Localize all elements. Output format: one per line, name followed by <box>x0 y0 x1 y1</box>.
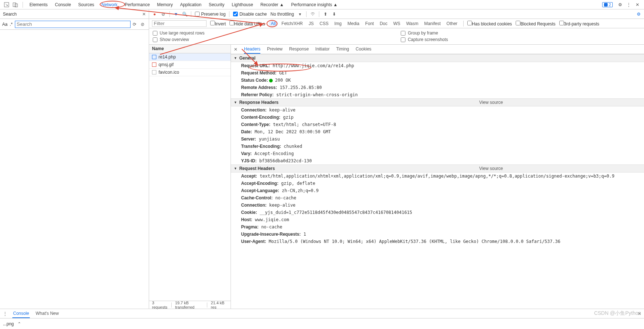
column-name[interactable]: Name <box>149 45 231 53</box>
filter-input[interactable] <box>152 20 207 27</box>
invert[interactable]: Invert <box>210 21 226 27</box>
third-party[interactable]: 3rd-party requests <box>559 21 599 27</box>
header-row: Content-Type: text/html; charset=UTF-8 <box>231 121 644 128</box>
drawer-tab-what-s-new[interactable]: What's New <box>35 309 60 318</box>
blocked-requests[interactable]: Blocked Requests <box>516 21 556 27</box>
header-row: Upgrade-Insecure-Requests: 1 <box>231 231 644 238</box>
drawer-tab-console[interactable]: Console <box>12 309 30 318</box>
refresh-icon[interactable]: ⟳ <box>133 22 139 27</box>
group-by-frame[interactable]: Group by frame <box>401 31 448 36</box>
header-row: Accept-Encoding: gzip, deflate <box>231 180 644 187</box>
kebab-icon[interactable]: ⋮ <box>3 311 7 316</box>
filter-chip-ws[interactable]: WS <box>391 21 403 27</box>
tab-lighthouse[interactable]: Lighthouse <box>228 1 257 9</box>
capture-screenshots[interactable]: Capture screenshots <box>401 37 448 42</box>
section-general[interactable]: ▼General <box>231 54 644 62</box>
detail-tab-initiator[interactable]: Initiator <box>315 45 329 54</box>
settings-icon[interactable]: ⚙ <box>636 12 641 17</box>
filter-chip-manifest[interactable]: Manifest <box>422 21 443 27</box>
request-list: Name re14.phpqmsj.giffavicon.ico 3 reque… <box>149 45 231 309</box>
hide-data-urls[interactable]: Hide data URLs <box>229 21 265 27</box>
kebab-icon[interactable]: ⋮ <box>626 2 632 8</box>
devtools-tabstrip: ElementsConsoleSourcesNetworkPerformance… <box>0 0 644 9</box>
tab-elements[interactable]: Elements <box>26 1 51 9</box>
request-row[interactable]: re14.php <box>149 53 231 61</box>
header-row: Remote Address: 157.255.26.85:80 <box>231 84 644 91</box>
disable-cache[interactable]: Disable cache <box>233 12 267 17</box>
header-row: Transfer-Encoding: chunked <box>231 143 644 150</box>
filter-chip-font[interactable]: Font <box>363 21 376 27</box>
network-toolbar: ● ⊘ ▼ 🔍 Preserve log Disable cache No th… <box>149 9 644 19</box>
detail-tab-preview[interactable]: Preview <box>267 45 283 54</box>
filter-icon[interactable]: ▼ <box>173 12 179 17</box>
blocked-cookies[interactable]: Has blocked cookies <box>467 21 512 27</box>
view-source[interactable]: View source <box>479 166 503 171</box>
request-row[interactable]: favicon.ico <box>149 69 231 76</box>
filter-chip-img[interactable]: Img <box>332 21 344 27</box>
search-title: Search <box>3 12 17 17</box>
tab-sources[interactable]: Sources <box>75 1 98 9</box>
close-icon[interactable]: ✕ <box>635 2 640 8</box>
filter-chip-js[interactable]: JS <box>307 21 316 27</box>
watermark: CSDN @小鱼Python <box>594 310 641 317</box>
record-icon[interactable]: ● <box>152 12 157 17</box>
header-row: Connection: keep-alive <box>231 106 644 114</box>
header-row: Cookie: __yjs_duid=1_c772e5118d45f430ed0… <box>231 209 644 216</box>
filter-chip-wasm[interactable]: Wasm <box>404 21 421 27</box>
filter-chip-media[interactable]: Media <box>345 21 361 27</box>
search-input[interactable] <box>15 21 131 28</box>
detail-tab-response[interactable]: Response <box>289 45 309 54</box>
detail-tab-timing[interactable]: Timing <box>336 45 349 54</box>
search-panel: Search ✕ Aa .* ⟳ ⊘ <box>0 9 149 309</box>
transferred: 19.7 kB transferred <box>175 301 203 309</box>
chevron-up-icon[interactable]: ⌃ <box>17 321 21 326</box>
download-icon[interactable]: ⬇ <box>332 12 337 17</box>
section-request-headers[interactable]: ▼Request HeadersView source <box>231 164 644 172</box>
svg-rect-1 <box>13 3 16 7</box>
show-overview[interactable]: Show overview <box>153 37 204 42</box>
resources: 21.4 kB res <box>211 301 228 309</box>
request-row[interactable]: qmsj.gif <box>149 61 231 69</box>
request-details: ✕ HeadersPreviewResponseInitiatorTimingC… <box>231 45 644 309</box>
header-row: Request Method: GET <box>231 69 644 77</box>
preserve-log[interactable]: Preserve log <box>195 12 225 17</box>
close-search-icon[interactable]: ✕ <box>142 12 146 17</box>
tab-security[interactable]: Security <box>205 1 228 9</box>
upload-icon[interactable]: ⬆ <box>323 12 328 17</box>
inspect-icon[interactable] <box>4 2 9 8</box>
close-details-icon[interactable]: ✕ <box>234 47 237 52</box>
tab-network[interactable]: Network <box>98 1 121 9</box>
filter-chip-css[interactable]: CSS <box>317 21 331 27</box>
throttling-select[interactable]: No throttling <box>271 12 294 17</box>
tab-console[interactable]: Console <box>51 1 75 9</box>
case-sensitive[interactable]: Aa <box>2 22 8 27</box>
drawer-tabs: ⋮ ConsoleWhat's New ✕ <box>0 309 644 318</box>
tab-performance-insights-[interactable]: Performance insights ▲ <box>288 1 341 9</box>
tab-performance[interactable]: Performance <box>121 1 153 9</box>
download-file[interactable]: ...png <box>3 321 14 326</box>
tab-memory[interactable]: Memory <box>153 1 176 9</box>
clear-icon[interactable]: ⊘ <box>141 22 147 27</box>
request-count: 3 requests <box>152 301 168 309</box>
issues-badge[interactable]: 2 <box>602 2 613 7</box>
chevron-down-icon[interactable]: ▾ <box>297 12 303 17</box>
gear-icon[interactable]: ⚙ <box>617 2 623 8</box>
wifi-icon[interactable] <box>310 12 315 17</box>
tab-recorder-[interactable]: Recorder ▲ <box>257 1 288 9</box>
filter-chip-other[interactable]: Other <box>444 21 460 27</box>
view-source[interactable]: View source <box>479 100 503 105</box>
device-icon[interactable] <box>12 2 18 8</box>
header-row: Referrer Policy: strict-origin-when-cros… <box>231 91 644 98</box>
clear-log-icon[interactable]: ⊘ <box>161 12 166 17</box>
search-icon[interactable]: 🔍 <box>182 12 187 17</box>
filter-chip-all[interactable]: All <box>269 21 278 27</box>
regex-toggle[interactable]: .* <box>10 22 13 27</box>
filter-chip-doc[interactable]: Doc <box>377 21 389 27</box>
header-row: Status Code: 200 OK <box>231 77 644 84</box>
tab-application[interactable]: Application <box>176 1 205 9</box>
large-rows[interactable]: Use large request rows <box>153 31 204 36</box>
section-response-headers[interactable]: ▼Response HeadersView source <box>231 98 644 106</box>
detail-tab-cookies[interactable]: Cookies <box>356 45 371 54</box>
detail-tab-headers[interactable]: Headers <box>244 45 260 54</box>
filter-chip-fetch-xhr[interactable]: Fetch/XHR <box>279 21 305 27</box>
